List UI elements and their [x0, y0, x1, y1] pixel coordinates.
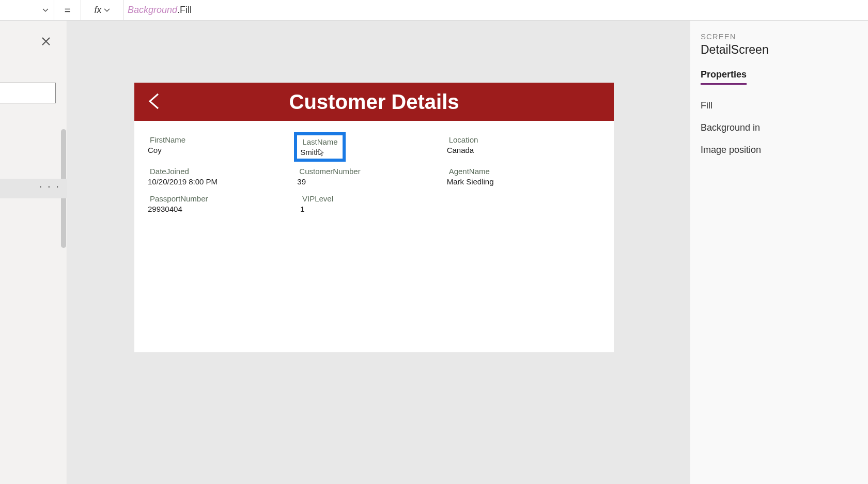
close-icon: [41, 36, 51, 46]
field-label: CustomerNumber: [299, 167, 448, 176]
fx-button[interactable]: fx: [81, 0, 123, 21]
field-value: 1: [300, 205, 455, 213]
field-location[interactable]: Location Canada: [449, 133, 598, 161]
tab-properties[interactable]: Properties: [701, 69, 747, 85]
field-lastname[interactable]: LastName Smith: [299, 133, 448, 161]
property-list: Fill Background in Image position: [701, 100, 868, 155]
field-agentname[interactable]: AgentName Mark Siedling: [449, 165, 598, 188]
field-label: AgentName: [449, 167, 598, 176]
field-value: 39: [297, 177, 448, 186]
more-options-icon[interactable]: · · ·: [39, 180, 60, 193]
field-value: 29930404: [148, 205, 302, 213]
back-button[interactable]: [146, 92, 164, 111]
field-label: LastName: [302, 137, 340, 146]
detail-form: FirstName Coy LastName Smith Location Ca…: [134, 121, 614, 232]
equals-label: =: [54, 0, 81, 21]
formula-bar: = fx Background.Fill: [0, 0, 868, 21]
field-datejoined[interactable]: DateJoined 10/20/2019 8:00 PM: [150, 165, 299, 188]
field-value: Canada: [447, 146, 598, 154]
field-value: Mark Siedling: [447, 177, 598, 186]
tree-view-panel: · · · rd1 1 rd1 2 l1 3: [0, 21, 67, 484]
close-panel-button[interactable]: [40, 35, 52, 48]
selected-datacard[interactable]: LastName Smith: [294, 132, 346, 162]
field-passportnumber[interactable]: PassportNumber 29930404: [150, 192, 302, 215]
field-value: 10/20/2019 8:00 PM: [148, 177, 299, 186]
object-type-label: SCREEN: [701, 32, 868, 41]
field-label: Location: [449, 135, 598, 144]
chevron-down-icon: [42, 7, 49, 13]
field-viplevel[interactable]: VIPLevel 1: [302, 192, 455, 215]
app-header: Customer Details: [134, 83, 614, 121]
chevron-down-icon: [104, 7, 110, 13]
properties-panel: SCREEN DetailScreen Properties Fill Back…: [690, 21, 868, 484]
field-firstname[interactable]: FirstName Coy: [150, 133, 299, 161]
canvas-area[interactable]: Customer Details FirstName Coy LastName …: [67, 21, 690, 484]
field-label: VIPLevel: [302, 194, 455, 203]
app-screen[interactable]: Customer Details FirstName Coy LastName …: [134, 83, 614, 352]
property-selector-dropdown[interactable]: [0, 0, 54, 21]
field-customernumber[interactable]: CustomerNumber 39: [299, 165, 448, 188]
cursor-icon: [318, 148, 324, 157]
prop-fill[interactable]: Fill: [701, 100, 868, 111]
prop-background-image[interactable]: Background in: [701, 122, 868, 133]
prop-image-position[interactable]: Image position: [701, 145, 868, 155]
fx-label: fx: [94, 5, 101, 15]
screen-title: Customer Details: [134, 90, 614, 114]
properties-tabs: Properties: [701, 69, 868, 85]
back-arrow-icon: [146, 92, 164, 111]
formula-rest-token: .Fill: [177, 5, 192, 15]
field-label: FirstName: [150, 135, 299, 144]
field-label: DateJoined: [150, 167, 299, 176]
tree-search-input[interactable]: [0, 83, 56, 103]
object-name: DetailScreen: [701, 43, 868, 57]
field-label: PassportNumber: [150, 194, 302, 203]
field-value: Coy: [148, 146, 299, 154]
field-value: Smith: [300, 148, 340, 157]
formula-input[interactable]: Background.Fill: [123, 5, 192, 15]
formula-property-token: Background: [128, 5, 177, 15]
tree-item-selected[interactable]: · · ·: [0, 179, 67, 198]
